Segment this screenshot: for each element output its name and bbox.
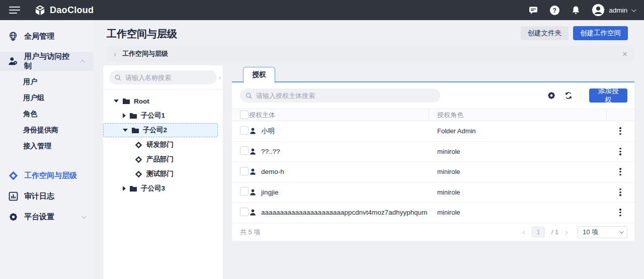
sidebar-item-roles[interactable]: 角色 xyxy=(0,106,93,122)
tree-node-subsidiary-3[interactable]: 子公司3 xyxy=(103,181,218,196)
sidebar: 全局管理 用户与访问控制 用户 用户组 角色 身份提供商 接入管理 xyxy=(0,20,93,279)
breadcrumb-item[interactable]: 工作空间与层级 xyxy=(122,49,168,58)
caret-collapsed-icon[interactable] xyxy=(123,113,126,118)
tree-node-subsidiary-1[interactable]: 子公司1 xyxy=(103,109,218,123)
subject-name: ??..?? xyxy=(261,148,280,155)
subject-name: aaaaaaaaaaaaaaaaaaaaaappcdnvt4moz7adhyyp… xyxy=(261,209,427,216)
tree-node-product-department[interactable]: 产品部门 xyxy=(103,152,218,166)
tree-node-root[interactable]: Root xyxy=(103,94,218,108)
folder-icon xyxy=(131,126,139,134)
main-content: 工作空间与层级 创建文件夹 创建工作空间 › 工作空间与层级 × › xyxy=(93,20,644,279)
table-row[interactable]: 小明 Folder Admin xyxy=(232,121,634,142)
sidebar-item-label: 工作空间与层级 xyxy=(24,171,77,180)
tree-search-input[interactable] xyxy=(125,74,212,81)
row-actions-kebab-icon[interactable] xyxy=(606,127,634,135)
tree-node-label: 子公司2 xyxy=(143,126,167,135)
row-actions-kebab-icon[interactable] xyxy=(606,209,634,216)
sidebar-item-users-access-control[interactable]: 用户与访问控制 xyxy=(0,52,93,71)
tab-authorization[interactable]: 授权 xyxy=(243,67,275,83)
chevron-down-icon xyxy=(82,214,87,219)
caret-expanded-icon[interactable] xyxy=(123,129,128,132)
caret-collapsed-icon[interactable] xyxy=(123,186,126,191)
table-settings-gear-icon[interactable] xyxy=(547,91,556,100)
total-count: 共 5 项 xyxy=(240,228,260,237)
column-header-role: 授权角色 xyxy=(429,109,606,121)
row-checkbox[interactable] xyxy=(240,167,249,175)
messages-icon[interactable] xyxy=(528,5,538,15)
caret-expanded-icon[interactable] xyxy=(114,100,119,103)
tree-node-subsidiary-2-selected[interactable]: 子公司2 xyxy=(103,123,218,137)
page-title: 工作空间与层级 xyxy=(107,27,177,41)
row-actions-kebab-icon[interactable] xyxy=(606,148,634,155)
chevron-down-icon xyxy=(619,229,623,233)
subject-search-input[interactable] xyxy=(256,92,435,100)
user-icon xyxy=(249,148,257,155)
user-icon xyxy=(249,168,257,175)
table-footer: 共 5 项 ‹ / 1 › 10 项 xyxy=(232,223,634,241)
create-folder-button[interactable]: 创建文件夹 xyxy=(521,26,569,40)
sidebar-item-access-management[interactable]: 接入管理 xyxy=(0,138,93,154)
tree-node-test-department[interactable]: 测试部门 xyxy=(103,167,218,181)
globe-icon xyxy=(8,31,18,41)
audit-log-icon xyxy=(8,191,18,201)
sidebar-subnav: 用户 用户组 角色 身份提供商 接入管理 xyxy=(0,71,93,154)
table-row[interactable]: jingjie minirole xyxy=(232,182,634,203)
brand-name: DaoCloud xyxy=(50,5,94,16)
workspace-diamond-icon xyxy=(135,141,143,149)
create-workspace-button[interactable]: 创建工作空间 xyxy=(573,26,628,40)
close-icon[interactable]: × xyxy=(622,50,627,58)
sidebar-item-users[interactable]: 用户 xyxy=(0,74,93,90)
tree-node-label: 研发部门 xyxy=(146,140,174,149)
sidebar-item-label: 全局管理 xyxy=(24,32,54,41)
user-icon xyxy=(249,209,257,216)
row-checkbox[interactable] xyxy=(240,146,249,155)
add-authorization-button[interactable]: 添加授权 xyxy=(589,88,627,103)
row-actions-kebab-icon[interactable] xyxy=(606,189,634,196)
column-header-actions xyxy=(606,109,634,121)
workspace-diamond-icon xyxy=(135,170,143,178)
page-size-value: 10 项 xyxy=(583,228,598,237)
sidebar-item-workspaces-hierarchy[interactable]: 工作空间与层级 xyxy=(0,166,93,184)
table-row[interactable]: aaaaaaaaaaaaaaaaaaaaaappcdnvt4moz7adhyyp… xyxy=(232,203,634,223)
subject-search xyxy=(240,88,440,103)
role-value: Folder Admin xyxy=(429,127,606,135)
role-value: minirole xyxy=(429,189,606,196)
hamburger-menu-icon[interactable] xyxy=(9,5,20,16)
row-actions-kebab-icon[interactable] xyxy=(606,168,634,175)
row-checkbox[interactable] xyxy=(240,187,249,196)
tree-node-label: 子公司1 xyxy=(141,111,165,120)
brand-logo[interactable]: DaoCloud xyxy=(34,5,94,16)
table-row[interactable]: ??..?? minirole xyxy=(232,142,634,162)
user-name: admin xyxy=(609,7,627,14)
role-value: minirole xyxy=(429,148,606,155)
page-size-select[interactable]: 10 项 xyxy=(578,226,627,238)
prev-page-icon[interactable]: ‹ xyxy=(522,228,525,236)
workspace-diamond-icon xyxy=(8,170,18,180)
refresh-icon[interactable] xyxy=(564,91,573,100)
notifications-bell-icon[interactable] xyxy=(571,5,581,15)
tree-node-rd-department[interactable]: 研发部门 xyxy=(103,138,218,152)
user-menu[interactable]: admin xyxy=(592,4,635,17)
page-number-input[interactable] xyxy=(532,227,545,237)
sidebar-item-identity-providers[interactable]: 身份提供商 xyxy=(0,122,93,138)
hierarchy-tree: Root 子公司1 子公司2 研发部门 xyxy=(103,89,223,196)
tree-search xyxy=(109,70,217,84)
select-all-checkbox[interactable] xyxy=(240,111,249,119)
folder-icon xyxy=(129,112,137,120)
sidebar-item-platform-settings[interactable]: 平台设置 xyxy=(0,208,93,226)
help-icon[interactable]: ? xyxy=(549,5,559,15)
user-icon xyxy=(249,127,257,135)
row-checkbox[interactable] xyxy=(240,208,249,216)
sidebar-item-global-management[interactable]: 全局管理 xyxy=(0,25,93,47)
hierarchy-tree-panel: › Root 子公司1 子公司2 xyxy=(103,65,223,279)
row-checkbox[interactable] xyxy=(240,126,249,135)
sidebar-item-user-groups[interactable]: 用户组 xyxy=(0,90,93,106)
gear-icon xyxy=(8,212,18,222)
panel-collapse-icon[interactable]: › xyxy=(218,73,221,81)
next-page-icon[interactable]: › xyxy=(565,228,568,236)
sidebar-item-audit-logs[interactable]: 审计日志 xyxy=(0,187,93,205)
subject-name: 小明 xyxy=(261,127,275,136)
breadcrumb-chevron-icon: › xyxy=(114,50,116,58)
chevron-down-icon xyxy=(631,7,636,12)
table-row[interactable]: demo-h minirole xyxy=(232,162,634,182)
